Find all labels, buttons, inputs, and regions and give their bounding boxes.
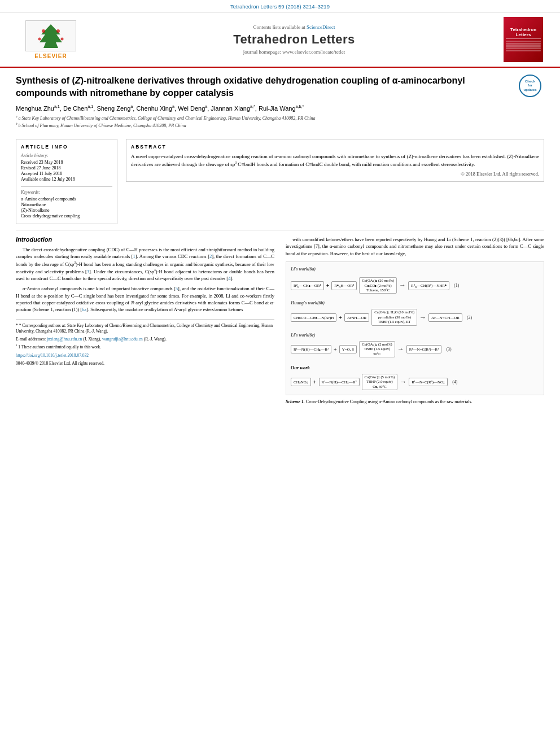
cond-3b: TBHP (1.5 equiv) [364, 347, 391, 351]
r2a-formula: CH₃CO—CH₂—N(Ar)H [294, 316, 334, 320]
r4b-formula: R¹—N(H)—CH₂—R² [322, 380, 357, 385]
reaction-li-6a-label-row: Li's work(6a) [291, 267, 539, 272]
p1-formula: R²N—CH(R³)—NHR⁴ [411, 283, 447, 288]
our-work-label: Our work [291, 365, 310, 370]
conditions-1: Cu(OAc)₂ (20 mol%) Cs₂CO₃ (2 mol%) Tolue… [359, 277, 397, 294]
body-right-column: with unmodified ketones/ethers have been… [286, 236, 544, 405]
conditions-2: Cu(OAc)₂·H₂O (10 mol%) pyrrolidine (30 m… [371, 309, 417, 325]
scheme-caption-text: Cross-Dehydrogenative Coupling using α-A… [306, 399, 473, 404]
cond-2c: TBHP (1.5 equiv), RT [378, 320, 411, 324]
corresponding-text: * Corresponding authors at: State Key La… [16, 323, 273, 334]
body-columns: Introduction The direct cross-dehydrogen… [16, 236, 544, 405]
r2b-formula: ArNH—OR [347, 316, 366, 320]
elsevier-tree-svg [31, 23, 71, 49]
journal-header: ELSEVIER Contents lists available at Sci… [0, 12, 560, 68]
abstract-copyright: © 2018 Elsevier Ltd. All rights reserved… [131, 171, 539, 177]
svg-point-2 [42, 29, 45, 33]
article-title: Synthesis of (Z)-nitroalkene derivatives… [16, 75, 510, 99]
reaction-row-2: CH₃CO—CH₂—N(Ar)H + ArNH—OR Cu(OAc)₂·H₂O … [291, 309, 539, 325]
svg-point-4 [38, 37, 41, 40]
ref-5[interactable]: 5 [176, 286, 178, 291]
ref-6a[interactable]: 6a [82, 307, 86, 312]
svg-point-3 [56, 29, 60, 33]
arrow-1: → [399, 281, 406, 290]
p4-formula: R¹—N=C(R²)—NO₂ [412, 380, 445, 385]
keyword-4: Cross-dehydrogenative coupling [21, 213, 112, 219]
article-dates: Received 23 May 2018 Revised 27 June 201… [21, 160, 112, 182]
reactant-3a: R¹—N(H)—CH₂—R² [291, 345, 331, 353]
cover-line-2 [506, 43, 541, 45]
journal-cover-thumbnail: Tetrahedron Letters [504, 17, 543, 62]
affiliation-b: b b School of Pharmacy, Hunan University… [16, 122, 510, 128]
cond-4a: Cu(OAc)₂ (5 mol%) [365, 375, 395, 379]
conditions-4: Cu(OAc)₂ (5 mol%) TBHP (2.0 equiv) O₂, 6… [362, 374, 398, 390]
abstract-header: ABSTRACT [131, 144, 539, 150]
keywords-title: Keywords: [21, 190, 112, 195]
intro-paragraph-2: α-Amino carbonyl compounds is one kind o… [16, 285, 274, 313]
cover-line-1 [506, 41, 541, 42]
reactant-2a: CH₃CO—CH₂—N(Ar)H [291, 313, 336, 322]
plus-sign-1: + [326, 282, 330, 289]
ref-6b6c[interactable]: 6b,6c [508, 237, 519, 242]
ref-7[interactable]: 7 [316, 243, 318, 249]
cover-title-text: Tetrahedron Letters [506, 27, 541, 39]
elsevier-logo: ELSEVIER [25, 20, 76, 59]
arrow-4: → [400, 378, 406, 386]
email-1-link[interactable]: jnxiang@hnu.edu.cn [47, 337, 82, 342]
product-1: R²N—CH(R³)—NHR⁴ [408, 281, 449, 290]
email-label: E-mail addresses: [16, 337, 46, 342]
r1b-formula: R⁴NH—OR³ [334, 283, 354, 288]
reaction-li-6c-label-row: Li's work(6c) [291, 331, 539, 338]
plus-sign-2: + [339, 314, 342, 321]
sciencedirect-link[interactable]: ScienceDirect [307, 24, 335, 30]
li-work-6a-label: Li's work(6a) [291, 267, 316, 272]
cond-2b: pyrrolidine (30 mol%) [378, 315, 411, 320]
info-abstract-row: ARTICLE INFO Article history: Received 2… [16, 139, 544, 224]
email-2-link[interactable]: wangruijia@hnu.edu.cn [102, 337, 143, 342]
sciencedirect-line: Contents lists available at ScienceDirec… [90, 24, 498, 30]
ref-4[interactable]: 4 [228, 276, 230, 281]
scheme-caption: Scheme 1. Cross-Dehydrogenative Coupling… [286, 399, 544, 405]
article-info-box: ARTICLE INFO Article history: Received 2… [16, 139, 117, 224]
article-title-section: Synthesis of (Z)-nitroalkene derivatives… [16, 75, 544, 133]
r4a-formula: CH₃NO₂ [294, 380, 308, 385]
ref-1[interactable]: 1 [133, 254, 135, 259]
huang-work-6b-label: Huang's work(6b) [291, 300, 325, 305]
cover-decorative-lines [506, 40, 541, 52]
page: Tetrahedron Letters 59 (2018) 3214–3219 [0, 0, 560, 747]
check-updates-label: Checkforupdates [523, 80, 536, 92]
r3a-formula: R¹—N(H)—CH₂—R² [294, 347, 329, 352]
scheme-reactions: Li's work(6a) R²N—CH₂—OR¹ + R⁴NH—OR³ [291, 267, 539, 390]
affiliations: a a State Key Laboratory of Chemo/Biosen… [16, 115, 510, 128]
product-4: R¹—N=C(R²)—NO₂ [409, 378, 448, 386]
scheme-1-box: Li's work(6a) R²N—CH₂—OR¹ + R⁴NH—OR³ [286, 261, 544, 395]
footnote-corresponding: * * Corresponding authors at: State Key … [16, 323, 274, 335]
check-updates-badge: Checkforupdates [519, 75, 541, 97]
conditions-1c: Toluene, 150°C [366, 288, 390, 292]
accepted-date: Accepted 11 July 2018 [21, 171, 112, 176]
journal-title-area: Contents lists available at ScienceDirec… [90, 24, 498, 55]
footnote-email: E-mail addresses: jnxiang@hnu.edu.cn (J.… [16, 337, 274, 343]
journal-homepage: journal homepage: www.elsevier.com/locat… [90, 49, 498, 55]
keyword-1: α-Amino carbonyl compounds [21, 196, 112, 202]
cover-line-4 [506, 47, 541, 49]
cond-2a: Cu(OAc)₂·H₂O (10 mol%) [374, 310, 414, 314]
doi-link[interactable]: https://doi.org/10.1016/j.tetlet.2018.07… [16, 353, 89, 358]
reactant-3b: Y=O, S [339, 345, 357, 353]
available-date: Available online 12 July 2018 [21, 177, 112, 182]
scheme-area: Li's work(6a) R²N—CH₂—OR¹ + R⁴NH—OR³ [286, 261, 544, 405]
body-left-column: Introduction The direct cross-dehydrogen… [16, 236, 274, 405]
p3-formula: R¹—N=C(R²)—R³ [409, 347, 439, 352]
product-2: Ar—N=CH—OR [428, 313, 462, 322]
reaction-num-4: (4) [452, 379, 457, 385]
email-2-name: (R.-J. Wang). [144, 337, 167, 342]
keywords-section: Keywords: α-Amino carbonyl compounds Nit… [21, 186, 112, 219]
scheme-title: Scheme 1. [286, 399, 305, 404]
check-for-updates-area: Checkforupdates [516, 75, 544, 97]
article-info-header: ARTICLE INFO [21, 144, 112, 150]
footnote-area: * * Corresponding authors at: State Key … [16, 319, 274, 366]
ref-3[interactable]: 3 [87, 269, 89, 274]
ref-2[interactable]: 2 [209, 254, 212, 259]
abstract-column: ABSTRACT A novel copper-catalyzed cross-… [126, 139, 544, 224]
journal-cover-area: Tetrahedron Letters [498, 17, 549, 62]
